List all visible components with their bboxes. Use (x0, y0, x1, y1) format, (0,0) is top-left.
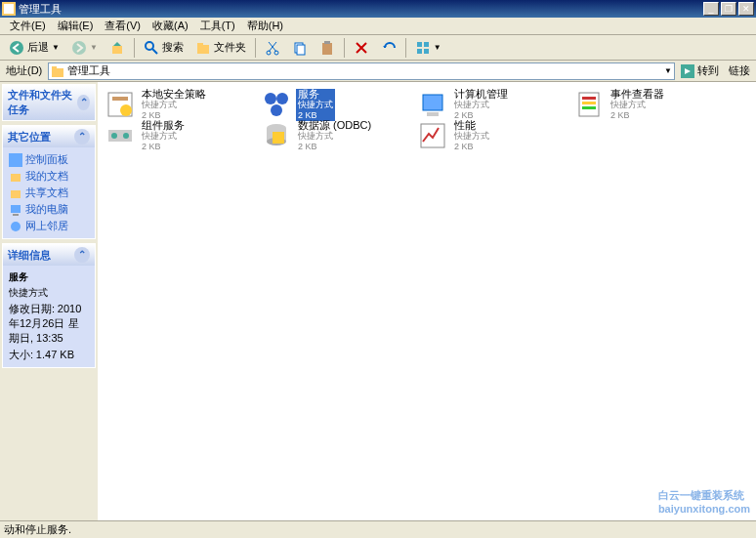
file-size: 2 KB (298, 142, 371, 152)
up-button[interactable] (105, 37, 130, 59)
delete-icon (354, 40, 369, 56)
svg-rect-23 (11, 174, 21, 182)
other-places-header[interactable]: 其它位置 ⌃ (3, 126, 95, 147)
svg-rect-35 (427, 112, 439, 116)
status-bar: 动和停止服务. (0, 520, 756, 538)
link-shared-documents[interactable]: 共享文档 (9, 185, 89, 201)
folders-icon (195, 40, 211, 56)
link-my-computer[interactable]: 我的电脑 (9, 201, 89, 218)
control-panel-icon (9, 153, 22, 167)
svg-rect-29 (112, 97, 128, 101)
undo-button[interactable] (376, 37, 401, 59)
svg-point-2 (10, 41, 23, 55)
menu-view[interactable]: 查看(V) (99, 17, 147, 35)
file-item[interactable]: 服务快捷方式2 KB (260, 88, 416, 119)
odbc-icon (261, 120, 292, 151)
separator (134, 38, 135, 58)
delete-button[interactable] (349, 37, 374, 59)
minimize-button[interactable]: _ (703, 2, 719, 16)
copy-button[interactable] (287, 37, 313, 59)
details-name: 服务 (9, 269, 89, 285)
shared-icon (9, 186, 22, 200)
search-label: 搜索 (162, 40, 184, 55)
paste-button[interactable] (315, 37, 340, 59)
svg-rect-46 (273, 132, 284, 144)
address-input[interactable]: 管理工具 ▼ (48, 62, 675, 80)
svg-rect-47 (421, 124, 444, 147)
file-item[interactable]: 事件查看器快捷方式2 KB (572, 88, 729, 119)
svg-line-6 (152, 49, 157, 54)
chevron-up-icon: ⌃ (74, 129, 90, 145)
back-icon (9, 40, 24, 56)
svg-rect-4 (112, 46, 122, 54)
link-control-panel[interactable]: 控制面板 (9, 151, 89, 168)
maximize-button[interactable]: ❐ (721, 2, 736, 16)
menu-bar: 文件(E) 编辑(E) 查看(V) 收藏(A) 工具(T) 帮助(H) (0, 18, 756, 35)
watermark-line2: baiyunxitong.com (658, 503, 750, 515)
menu-tools[interactable]: 工具(T) (194, 17, 241, 35)
details-size: 大小: 1.47 KB (9, 347, 89, 363)
go-button[interactable]: 转到 (677, 63, 723, 78)
search-icon (144, 40, 159, 56)
file-item[interactable]: 性能快捷方式2 KB (416, 119, 572, 150)
folder-view[interactable]: 本地安全策略快捷方式2 KB服务快捷方式2 KB计算机管理快捷方式2 KB事件查… (98, 82, 756, 520)
svg-point-31 (265, 93, 276, 104)
forward-button: ▼ (66, 37, 103, 59)
menu-help[interactable]: 帮助(H) (241, 17, 289, 35)
file-type: 快捷方式 (142, 131, 185, 142)
tasks-panel-header[interactable]: 文件和文件夹任务 ⌃ (3, 85, 95, 120)
svg-rect-25 (11, 205, 21, 213)
file-type: 快捷方式 (454, 131, 489, 142)
link-my-documents[interactable]: 我的文档 (9, 168, 89, 185)
chevron-down-icon: ▼ (90, 43, 98, 52)
address-bar: 地址(D) 管理工具 ▼ 转到 链接 (0, 61, 756, 82)
file-name: 本地安全策略 (142, 89, 206, 100)
svg-rect-39 (582, 106, 596, 109)
task-pane: 文件和文件夹任务 ⌃ 其它位置 ⌃ 控制面板 我的文档 共享文档 我的电脑 网上… (0, 82, 98, 520)
mgmt-icon (417, 89, 448, 120)
services-icon (261, 89, 292, 120)
svg-rect-37 (582, 97, 596, 100)
close-button[interactable]: ✕ (738, 2, 754, 16)
chevron-down-icon[interactable]: ▼ (664, 66, 672, 75)
svg-point-27 (11, 222, 21, 231)
views-button[interactable]: ▼ (410, 37, 446, 59)
file-item[interactable]: 数据源 (ODBC)快捷方式2 KB (260, 119, 416, 150)
cut-icon (265, 40, 280, 56)
svg-point-5 (146, 42, 153, 50)
back-button[interactable]: 后退 ▼ (4, 37, 64, 59)
file-item[interactable]: 组件服务快捷方式2 KB (104, 119, 260, 150)
svg-point-42 (123, 133, 129, 139)
cut-button[interactable] (260, 37, 285, 59)
file-size: 2 KB (610, 110, 664, 121)
chevron-down-icon: ▼ (52, 43, 60, 52)
documents-icon (9, 170, 22, 184)
perf-icon (417, 120, 448, 151)
menu-edit[interactable]: 编辑(E) (52, 17, 100, 35)
svg-rect-34 (423, 95, 442, 110)
svg-point-32 (276, 93, 288, 104)
file-item[interactable]: 本地安全策略快捷方式2 KB (104, 88, 260, 119)
details-header[interactable]: 详细信息 ⌃ (3, 244, 95, 266)
svg-rect-17 (417, 49, 422, 54)
menu-favorites[interactable]: 收藏(A) (147, 17, 194, 35)
folders-button[interactable]: 文件夹 (190, 37, 251, 59)
menu-file[interactable]: 文件(E) (4, 17, 52, 35)
links-label[interactable]: 链接 (725, 63, 754, 78)
go-icon (681, 64, 694, 78)
link-network[interactable]: 网上邻居 (9, 218, 89, 234)
file-item[interactable]: 计算机管理快捷方式2 KB (416, 88, 572, 119)
svg-rect-1 (4, 4, 14, 14)
search-button[interactable]: 搜索 (139, 37, 189, 59)
folder-icon (51, 64, 64, 78)
svg-rect-7 (197, 45, 209, 54)
chevron-up-icon: ⌃ (77, 95, 90, 110)
svg-rect-13 (322, 43, 332, 55)
back-label: 后退 (27, 40, 49, 55)
link-label: 网上邻居 (25, 219, 68, 233)
link-label: 我的文档 (25, 169, 68, 184)
watermark: 白云一键重装系统 baiyunxitong.com (658, 488, 750, 515)
svg-rect-8 (197, 43, 203, 46)
up-icon (109, 40, 125, 56)
svg-point-33 (271, 104, 282, 116)
